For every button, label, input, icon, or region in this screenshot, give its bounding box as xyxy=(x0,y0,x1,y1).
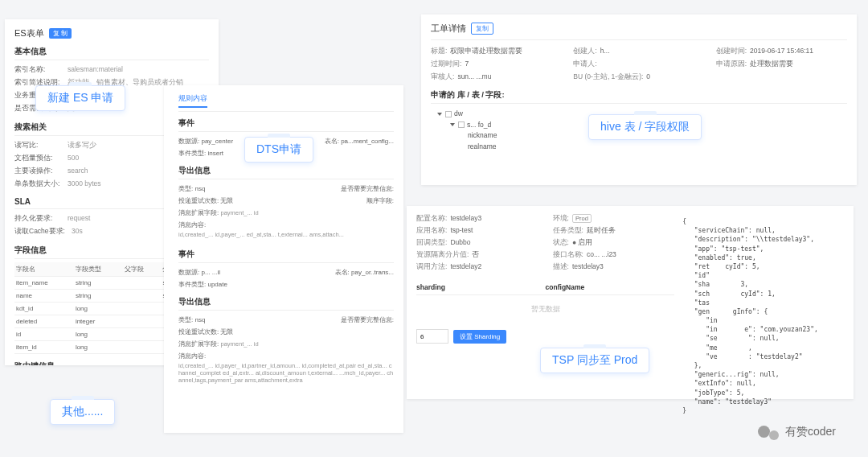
sharding-header: shardingconfigName xyxy=(416,280,674,295)
es-title: ES表单 xyxy=(14,27,44,39)
dts-tabs: 规则内容 xyxy=(178,93,394,112)
tab-rule[interactable]: 规则内容 xyxy=(178,93,207,108)
wo-grid: 标题:权限申请处理数据需要创建人:h...创建时间:2019-06-17 15:… xyxy=(431,47,847,82)
callout-other: 其他...... xyxy=(50,399,115,425)
wo-title: 工单详情 xyxy=(431,23,466,35)
workorder-panel: 工单详情 复制 标题:权限申请处理数据需要创建人:h...创建时间:2019-0… xyxy=(421,14,857,185)
wechat-icon xyxy=(758,422,779,443)
sharding-empty: 暂无数据 xyxy=(416,295,674,324)
tsp-meta: 配置名称:testdelay3环境:Prod应用名称:tsp-test任务类型:… xyxy=(416,214,674,272)
callout-hive: hive 表 / 字段权限 xyxy=(588,114,702,140)
sec-basic: 基本信息 xyxy=(14,46,209,60)
wo-copy-button[interactable]: 复制 xyxy=(471,23,493,35)
config-json: { "serviceChain": null, "description": "… xyxy=(682,214,844,391)
es-copy-button[interactable]: 复 制 xyxy=(49,28,72,39)
es-title-row: ES表单 复 制 xyxy=(14,27,209,39)
callout-tsp: TSP 同步至 Prod xyxy=(540,348,649,373)
watermark: 有赞coder xyxy=(758,422,836,443)
sharding-input[interactable] xyxy=(416,329,448,344)
set-sharding-button[interactable]: 设置 Sharding xyxy=(453,330,506,344)
callout-dts: DTS申请 xyxy=(244,137,313,163)
callout-es: 新建 ES 申请 xyxy=(35,85,125,111)
